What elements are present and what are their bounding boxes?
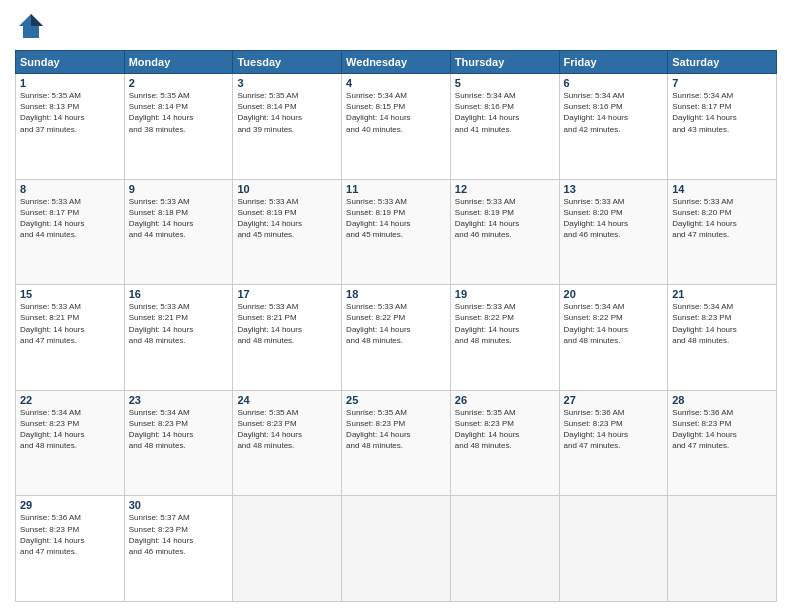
day-info: Sunrise: 5:33 AM Sunset: 8:18 PM Dayligh… [129,196,229,241]
day-number: 23 [129,394,229,406]
day-number: 30 [129,499,229,511]
calendar-cell: 6Sunrise: 5:34 AM Sunset: 8:16 PM Daylig… [559,74,668,180]
weekday-header: Tuesday [233,51,342,74]
weekday-header: Friday [559,51,668,74]
weekday-header: Sunday [16,51,125,74]
logo-icon [15,10,47,42]
calendar-cell: 23Sunrise: 5:34 AM Sunset: 8:23 PM Dayli… [124,390,233,496]
day-info: Sunrise: 5:35 AM Sunset: 8:13 PM Dayligh… [20,90,120,135]
day-number: 26 [455,394,555,406]
weekday-header: Monday [124,51,233,74]
day-info: Sunrise: 5:33 AM Sunset: 8:21 PM Dayligh… [237,301,337,346]
calendar-week: 22Sunrise: 5:34 AM Sunset: 8:23 PM Dayli… [16,390,777,496]
day-info: Sunrise: 5:36 AM Sunset: 8:23 PM Dayligh… [564,407,664,452]
calendar-cell [233,496,342,602]
calendar-cell: 10Sunrise: 5:33 AM Sunset: 8:19 PM Dayli… [233,179,342,285]
day-number: 14 [672,183,772,195]
page: SundayMondayTuesdayWednesdayThursdayFrid… [0,0,792,612]
calendar-cell: 28Sunrise: 5:36 AM Sunset: 8:23 PM Dayli… [668,390,777,496]
day-info: Sunrise: 5:35 AM Sunset: 8:14 PM Dayligh… [237,90,337,135]
day-info: Sunrise: 5:35 AM Sunset: 8:23 PM Dayligh… [455,407,555,452]
calendar-cell: 24Sunrise: 5:35 AM Sunset: 8:23 PM Dayli… [233,390,342,496]
calendar-cell: 7Sunrise: 5:34 AM Sunset: 8:17 PM Daylig… [668,74,777,180]
day-number: 4 [346,77,446,89]
calendar-cell: 17Sunrise: 5:33 AM Sunset: 8:21 PM Dayli… [233,285,342,391]
day-number: 10 [237,183,337,195]
calendar-cell: 19Sunrise: 5:33 AM Sunset: 8:22 PM Dayli… [450,285,559,391]
calendar-cell: 8Sunrise: 5:33 AM Sunset: 8:17 PM Daylig… [16,179,125,285]
calendar-cell [559,496,668,602]
day-info: Sunrise: 5:34 AM Sunset: 8:23 PM Dayligh… [20,407,120,452]
calendar-cell: 18Sunrise: 5:33 AM Sunset: 8:22 PM Dayli… [342,285,451,391]
day-info: Sunrise: 5:35 AM Sunset: 8:23 PM Dayligh… [237,407,337,452]
day-number: 27 [564,394,664,406]
calendar-cell: 16Sunrise: 5:33 AM Sunset: 8:21 PM Dayli… [124,285,233,391]
day-info: Sunrise: 5:34 AM Sunset: 8:23 PM Dayligh… [672,301,772,346]
calendar-cell: 12Sunrise: 5:33 AM Sunset: 8:19 PM Dayli… [450,179,559,285]
day-info: Sunrise: 5:34 AM Sunset: 8:16 PM Dayligh… [564,90,664,135]
day-info: Sunrise: 5:34 AM Sunset: 8:15 PM Dayligh… [346,90,446,135]
calendar-cell [668,496,777,602]
day-number: 28 [672,394,772,406]
day-info: Sunrise: 5:36 AM Sunset: 8:23 PM Dayligh… [20,512,120,557]
day-info: Sunrise: 5:36 AM Sunset: 8:23 PM Dayligh… [672,407,772,452]
day-info: Sunrise: 5:37 AM Sunset: 8:23 PM Dayligh… [129,512,229,557]
calendar-week: 8Sunrise: 5:33 AM Sunset: 8:17 PM Daylig… [16,179,777,285]
calendar-cell: 25Sunrise: 5:35 AM Sunset: 8:23 PM Dayli… [342,390,451,496]
weekday-header: Saturday [668,51,777,74]
calendar-cell: 9Sunrise: 5:33 AM Sunset: 8:18 PM Daylig… [124,179,233,285]
day-number: 7 [672,77,772,89]
day-info: Sunrise: 5:34 AM Sunset: 8:17 PM Dayligh… [672,90,772,135]
weekday-header: Wednesday [342,51,451,74]
calendar-cell: 26Sunrise: 5:35 AM Sunset: 8:23 PM Dayli… [450,390,559,496]
day-info: Sunrise: 5:33 AM Sunset: 8:19 PM Dayligh… [346,196,446,241]
day-number: 18 [346,288,446,300]
day-number: 6 [564,77,664,89]
calendar-cell: 4Sunrise: 5:34 AM Sunset: 8:15 PM Daylig… [342,74,451,180]
day-number: 25 [346,394,446,406]
svg-marker-1 [31,14,43,26]
calendar-week: 29Sunrise: 5:36 AM Sunset: 8:23 PM Dayli… [16,496,777,602]
calendar: SundayMondayTuesdayWednesdayThursdayFrid… [15,50,777,602]
day-info: Sunrise: 5:35 AM Sunset: 8:23 PM Dayligh… [346,407,446,452]
day-number: 9 [129,183,229,195]
day-number: 29 [20,499,120,511]
day-number: 11 [346,183,446,195]
calendar-cell: 27Sunrise: 5:36 AM Sunset: 8:23 PM Dayli… [559,390,668,496]
day-info: Sunrise: 5:34 AM Sunset: 8:16 PM Dayligh… [455,90,555,135]
calendar-cell: 20Sunrise: 5:34 AM Sunset: 8:22 PM Dayli… [559,285,668,391]
day-number: 3 [237,77,337,89]
calendar-cell: 13Sunrise: 5:33 AM Sunset: 8:20 PM Dayli… [559,179,668,285]
calendar-cell: 21Sunrise: 5:34 AM Sunset: 8:23 PM Dayli… [668,285,777,391]
day-number: 12 [455,183,555,195]
day-number: 19 [455,288,555,300]
calendar-cell: 3Sunrise: 5:35 AM Sunset: 8:14 PM Daylig… [233,74,342,180]
day-number: 22 [20,394,120,406]
calendar-cell: 2Sunrise: 5:35 AM Sunset: 8:14 PM Daylig… [124,74,233,180]
day-number: 13 [564,183,664,195]
day-info: Sunrise: 5:33 AM Sunset: 8:19 PM Dayligh… [237,196,337,241]
header [15,10,777,42]
calendar-cell: 14Sunrise: 5:33 AM Sunset: 8:20 PM Dayli… [668,179,777,285]
calendar-cell: 1Sunrise: 5:35 AM Sunset: 8:13 PM Daylig… [16,74,125,180]
day-info: Sunrise: 5:33 AM Sunset: 8:22 PM Dayligh… [455,301,555,346]
day-number: 15 [20,288,120,300]
weekday-header: Thursday [450,51,559,74]
day-info: Sunrise: 5:33 AM Sunset: 8:19 PM Dayligh… [455,196,555,241]
day-number: 17 [237,288,337,300]
day-info: Sunrise: 5:34 AM Sunset: 8:22 PM Dayligh… [564,301,664,346]
calendar-cell: 11Sunrise: 5:33 AM Sunset: 8:19 PM Dayli… [342,179,451,285]
calendar-cell: 29Sunrise: 5:36 AM Sunset: 8:23 PM Dayli… [16,496,125,602]
calendar-cell: 30Sunrise: 5:37 AM Sunset: 8:23 PM Dayli… [124,496,233,602]
calendar-cell [342,496,451,602]
day-number: 1 [20,77,120,89]
calendar-week: 1Sunrise: 5:35 AM Sunset: 8:13 PM Daylig… [16,74,777,180]
calendar-cell: 15Sunrise: 5:33 AM Sunset: 8:21 PM Dayli… [16,285,125,391]
day-info: Sunrise: 5:34 AM Sunset: 8:23 PM Dayligh… [129,407,229,452]
day-info: Sunrise: 5:33 AM Sunset: 8:20 PM Dayligh… [564,196,664,241]
calendar-cell: 5Sunrise: 5:34 AM Sunset: 8:16 PM Daylig… [450,74,559,180]
day-number: 21 [672,288,772,300]
day-info: Sunrise: 5:33 AM Sunset: 8:20 PM Dayligh… [672,196,772,241]
calendar-cell: 22Sunrise: 5:34 AM Sunset: 8:23 PM Dayli… [16,390,125,496]
day-number: 2 [129,77,229,89]
